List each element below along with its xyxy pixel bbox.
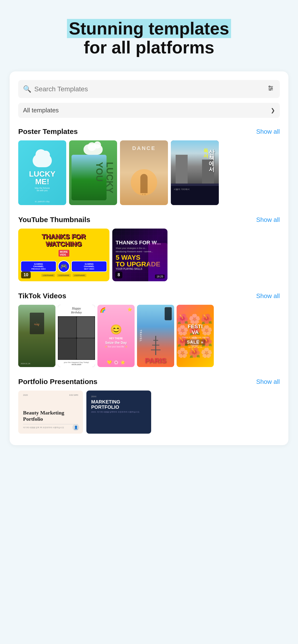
portfolio-year2: 20XX <box>91 395 146 398</box>
poster-figure <box>140 174 147 193</box>
dropdown-selected-value: All templates <box>23 106 59 114</box>
portfolio-title2: MARKETINGPORTFOLIO <box>91 399 146 410</box>
search-input[interactable] <box>34 85 263 93</box>
portfolio-title: Beauty Marketing Portfolio <box>23 410 78 422</box>
yt-bottom-panels: GAMINGCHANNELPREVIOUS VIDEO 🎮 GAMINGCHAN… <box>21 260 107 272</box>
tiktok-wavy-text: ✨ live your best life ✨ <box>105 346 127 348</box>
poster-item-korean-street[interactable]: 산책에서 독서 서울의 거리에서 <box>171 140 219 205</box>
flower-icon: 🌸 <box>114 360 118 365</box>
poster-footer-text: ♪ ♫ <box>120 193 168 196</box>
tiktok-seize-text: Seize the Day <box>105 341 127 344</box>
festive-title: FESTIVA <box>188 324 203 335</box>
smiley-emoji: 😊 <box>110 324 122 335</box>
tiktok-section-header: TikTok Videos Show all <box>18 292 280 300</box>
yt-template-count-badge: 8 <box>115 272 122 278</box>
tiktok-item-pink-smiley[interactable]: 🌈 ⭐ 😊 HEY THERE Seize the Day ✨ live you… <box>97 305 135 367</box>
poster-item-dance[interactable]: DANCE ♪ ♫ <box>120 140 168 205</box>
photo-2 <box>77 317 95 338</box>
portfolio-description2: 20XX. 여기에 내용을 입력하여 프린트하여 사용하십시오. <box>91 411 146 413</box>
star2-icon: ⭐ <box>120 360 125 365</box>
yt-center-icon: 🎮 <box>58 260 70 272</box>
portfolio-avatar: 👤 <box>72 424 79 431</box>
portfolio-description: 여기에 내용을 입력 후 프린트하여 사용하십시오 <box>23 426 78 429</box>
poster-show-all-button[interactable]: Show all <box>256 128 280 135</box>
hero-title: Stunning templates for all platforms <box>10 19 288 57</box>
photo-4 <box>77 338 95 360</box>
portfolio-item-marketing-dark[interactable]: 20XX MARKETINGPORTFOLIO 20XX. 여기에 내용을 입력… <box>86 390 151 434</box>
poster-dance-text: DANCE <box>132 145 156 152</box>
phone-overlay <box>165 307 172 320</box>
poster-item-lucky-me-teal[interactable]: LUCKYME! May the fortunebe with you st. … <box>18 140 66 205</box>
hero-title-line2: for all platforms <box>84 38 214 57</box>
birthday-subtitle: your the Happiest Day Today! <box>59 361 94 364</box>
birthday-footer: your the Happiest Day Today! 09.05.2025 <box>58 360 95 367</box>
portfolio-show-all-button[interactable]: Show all <box>256 378 280 386</box>
yt-username3: USERNAME <box>73 274 86 277</box>
cloud-bubble2 <box>94 141 101 148</box>
yt-duration-badge: 18:25 <box>155 274 165 278</box>
youtube-item-gaming-dark[interactable]: THANKS FOR W... Share your strategies in… <box>112 228 168 281</box>
yt-subtitle-detail: YOUR PLAYING SKILLS <box>116 268 142 270</box>
hero-title-line1: Stunning templates <box>67 19 231 38</box>
poster-section-header: Poster Templates Show all <box>18 128 280 136</box>
svg-point-3 <box>269 86 270 87</box>
filter-button[interactable] <box>266 84 275 94</box>
paddle-icon: 🛶 <box>34 320 40 326</box>
kayak-silhouette: 🛶 <box>30 313 44 334</box>
yt-more-videos-badge: MOREVIDS <box>59 250 69 256</box>
poster-caption: 서울의 거리에서 <box>174 188 216 191</box>
eiffel-cross2 <box>152 345 159 346</box>
youtube-section-title: YouTube Thumbnails <box>18 216 90 224</box>
yt-title: THANKS FORWATCHING <box>42 233 86 248</box>
festive-date: 08 OF AT. 30 24 <box>188 346 202 348</box>
poster-vertical-text: LUCKYYOU <box>93 155 116 200</box>
birthday-title2: Birthday <box>60 310 93 314</box>
heart-icon: 💛 <box>107 360 112 365</box>
tiktok-hey-text: HEY THERE <box>109 337 123 340</box>
yt-intro-text: Share your strategies in the co... <box>116 247 147 250</box>
korean-text2: 독서 <box>203 145 209 155</box>
search-bar: 🔍 <box>18 80 280 98</box>
eiffel-stem <box>155 336 156 355</box>
search-icon: 🔍 <box>23 85 32 93</box>
template-type-dropdown[interactable]: All templates ❯ <box>18 103 280 118</box>
tiktok-grid: LIVE 🛶 2024.01.24 Happy Birthday <box>18 305 280 367</box>
poster-item-lucky-you-green[interactable]: LUCKYYOU <box>69 140 117 205</box>
tiktok-item-birthday[interactable]: Happy Birthday your the Happiest Day Tod… <box>58 305 95 367</box>
festive-sale-badge: SALE » <box>185 339 205 345</box>
svg-point-4 <box>271 88 272 89</box>
portfolio-grid: 2020 KIM MIRI Beauty Marketing Portfolio… <box>18 390 280 434</box>
tiktok-date: 2024.01.24 <box>21 362 53 365</box>
portfolio-divider <box>23 424 78 424</box>
eiffel-base <box>151 350 161 350</box>
tiktok-item-outdoor[interactable]: LIVE 🛶 2024.01.24 <box>18 305 55 367</box>
tiktok-item-festive-tropical[interactable]: 🌺🌸🌺🌸🌺🌸🌺🌸🌺🌸🌺🌸 FESTIVA Chance to win summe… <box>177 305 214 367</box>
tiktok-show-all-button[interactable]: Show all <box>256 292 280 300</box>
portfolio-section-title: Portfolio Presentations <box>18 378 97 386</box>
yt-username: USERNAME <box>41 274 55 277</box>
cloud-decoration <box>33 154 52 167</box>
yt-username2: USERNAME <box>57 274 71 277</box>
birthday-title: Happy <box>60 307 93 310</box>
tiktok-section-title: TikTok Videos <box>18 292 66 300</box>
youtube-item-gaming-yellow[interactable]: THANKS FORWATCHING MOREVIDS GAMINGCHANNE… <box>18 228 109 281</box>
birthday-photo-grid <box>58 316 95 360</box>
yt-prev-panel: GAMINGCHANNELPREVIOUS VIDEO <box>21 261 56 272</box>
poster-title: LUCKYME! <box>29 170 55 186</box>
yt-username-row: USERNAME USERNAME USERNAME <box>41 274 86 277</box>
poster-grid: LUCKYME! May the fortunebe with you st. … <box>18 140 280 205</box>
festive-subtitle: Chance to win summer clothing <box>182 336 209 338</box>
svg-point-5 <box>269 89 271 90</box>
bottom-emoji-row: 💛 🌸 ⭐ <box>107 360 125 365</box>
yt-more-badge-row: MOREVIDS <box>59 250 69 256</box>
poster-section-title: Poster Templates <box>18 128 78 136</box>
yt-next-panel: GAMINGCHANNELNEXT VIDEO <box>71 261 107 272</box>
youtube-show-all-button[interactable]: Show all <box>256 216 280 224</box>
photo-3 <box>58 338 76 360</box>
main-card: 🔍 All templates ❯ Poster Templates Sho <box>10 72 288 445</box>
star-icon: ⭐ <box>127 307 132 312</box>
youtube-section-header: YouTube Thumbnails Show all <box>18 216 280 224</box>
portfolio-item-beauty-marketing[interactable]: 2020 KIM MIRI Beauty Marketing Portfolio… <box>18 390 83 434</box>
tiktok-item-paris[interactable]: PARIS TRAVEL <box>137 305 174 367</box>
tiktok-birthday-header: Happy Birthday <box>58 305 95 316</box>
